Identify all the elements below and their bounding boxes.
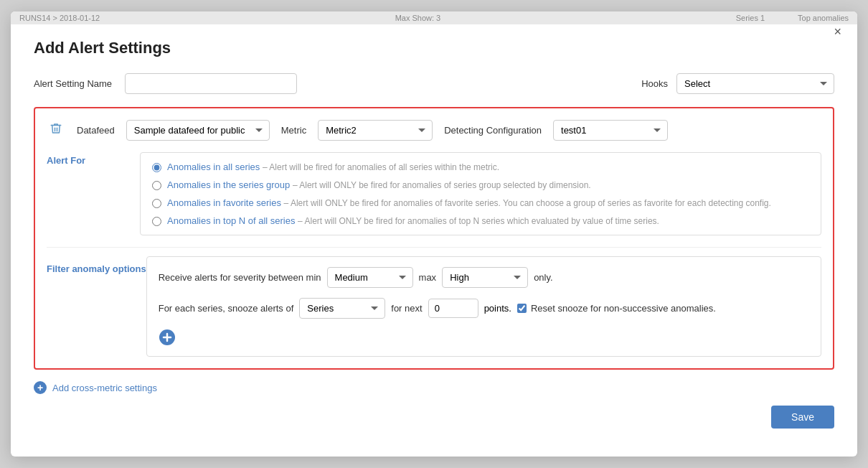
severity-min-select[interactable]: Low Medium High (327, 267, 413, 288)
modal-title: Add Alert Settings (34, 39, 834, 57)
alert-for-option-4: Anomalies in top N of all series – Alert… (152, 215, 809, 226)
header-far-right: Top anomalies (798, 14, 849, 22)
detecting-config-select[interactable]: test01 (553, 120, 668, 141)
alert-for-option-3: Anomalies in favorite series – Alert wil… (152, 197, 809, 208)
alert-for-option-2: Anomalies in the series group – Alert wi… (152, 179, 809, 190)
alert-setting-name-input[interactable] (125, 73, 297, 94)
for-next-label: for next (391, 303, 422, 314)
alert-for-option-3-desc: – Alert will ONLY be fired for anomalies… (284, 198, 771, 208)
add-filter-button[interactable] (159, 329, 176, 346)
filter-anomaly-content: Receive alerts for severity between min … (146, 256, 821, 357)
delete-alert-button[interactable] (47, 122, 65, 139)
plus-circle-icon (159, 329, 176, 346)
detecting-config-label: Detecting Configuration (444, 125, 542, 136)
alert-setting-name-label: Alert Setting Name (34, 78, 112, 89)
alert-for-option-4-desc: – Alert will ONLY be fired for anomalies… (298, 216, 659, 226)
alert-for-radio-1[interactable] (152, 163, 161, 172)
datafeed-select[interactable]: Sample datafeed for public (126, 120, 270, 141)
close-button[interactable]: × (834, 24, 841, 39)
header-center-text: Max Show: 3 (104, 14, 731, 22)
alert-for-option-3-main: Anomalies in favorite series (167, 197, 281, 208)
alert-for-option-4-main: Anomalies in top N of all series (167, 215, 295, 226)
snooze-select[interactable]: Series Dimension (299, 298, 385, 319)
points-label: points. (484, 303, 511, 314)
metric-select[interactable]: Metric2 (318, 120, 433, 141)
filter-anomaly-section: Filter anomaly options Receive alerts fo… (47, 256, 821, 357)
severity-max-select[interactable]: Low Medium High (442, 267, 528, 288)
snooze-row: For each series, snooze alerts of Series… (159, 298, 809, 319)
hooks-select[interactable]: Select (676, 73, 834, 94)
trash-icon (49, 122, 62, 135)
plus-cross-metric-icon: + (34, 381, 47, 394)
add-cross-metric-label: Add cross-metric settings (52, 383, 157, 393)
alert-for-option-2-desc: – Alert will ONLY be fired for anomalies… (293, 180, 591, 190)
alert-for-options: Anomalies in all series – Alert will be … (140, 152, 821, 235)
severity-max-label: max (419, 272, 437, 283)
points-input[interactable] (428, 299, 478, 318)
save-button[interactable]: Save (771, 406, 834, 429)
datafeed-label: Datafeed (77, 125, 115, 136)
alert-for-radio-4[interactable] (152, 217, 161, 226)
reset-snooze-label: Reset snooze for non-successive anomalie… (517, 303, 716, 314)
severity-row: Receive alerts for severity between min … (159, 267, 809, 288)
header-right-text: Series 1 (736, 14, 765, 22)
alert-for-radio-2[interactable] (152, 181, 161, 190)
alert-for-option-1: Anomalies in all series – Alert will be … (152, 162, 809, 172)
alert-for-option-2-main: Anomalies in the series group (167, 179, 290, 190)
filter-anomaly-label: Filter anomaly options (47, 256, 146, 357)
add-cross-metric-button[interactable]: + Add cross-metric settings (34, 381, 157, 394)
only-label: only. (534, 272, 553, 283)
severity-between-label: Receive alerts for severity between min (159, 272, 321, 283)
header-left-text: RUNS14 > 2018-01-12 (19, 14, 100, 22)
alert-for-radio-3[interactable] (152, 199, 161, 208)
alert-for-option-1-main: Anomalies in all series (167, 162, 260, 172)
metric-label: Metric (281, 125, 306, 136)
alert-settings-section: Datafeed Sample datafeed for public Metr… (34, 107, 834, 370)
reset-snooze-checkbox[interactable] (517, 304, 527, 313)
snooze-label: For each series, snooze alerts of (159, 303, 294, 314)
hooks-label: Hooks (641, 78, 668, 89)
alert-for-option-1-desc: – Alert will be fired for anomalies of a… (263, 162, 499, 172)
alert-for-label: Alert For (47, 152, 140, 235)
